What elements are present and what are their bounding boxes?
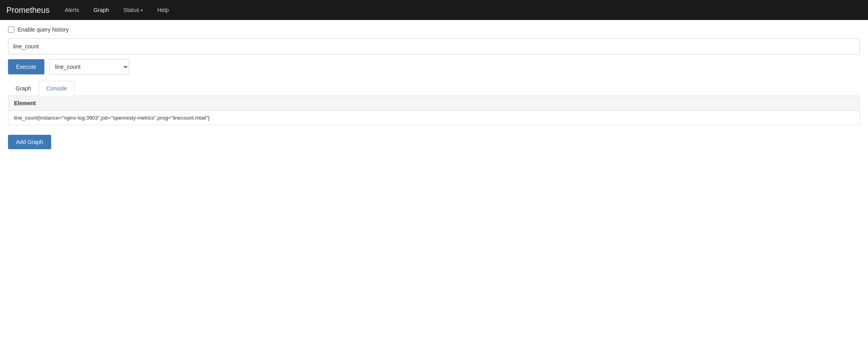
navbar: Prometheus Alerts Graph Status ▾ Help — [0, 0, 868, 20]
cell-element: line_count{instance="nginx-log:3903",job… — [8, 111, 860, 125]
nav-graph[interactable]: Graph — [88, 4, 115, 16]
tab-graph[interactable]: Graph — [8, 81, 39, 96]
table-row: line_count{instance="nginx-log:3903",job… — [8, 111, 860, 125]
table-body: line_count{instance="nginx-log:3903",job… — [8, 111, 860, 125]
nav-status[interactable]: Status ▾ — [118, 4, 149, 16]
query-input-container — [8, 38, 860, 54]
brand-link[interactable]: Prometheus — [6, 6, 50, 15]
execute-row: Execute line_count — [8, 59, 860, 74]
query-history-label[interactable]: Enable query history — [18, 26, 69, 33]
query-history-checkbox[interactable] — [8, 26, 14, 33]
query-history-row: Enable query history — [8, 26, 860, 33]
nav-links: Alerts Graph Status ▾ Help — [59, 4, 174, 16]
query-input[interactable] — [8, 38, 860, 54]
table-head: Element — [8, 96, 860, 111]
results-table: Element line_count{instance="nginx-log:3… — [8, 96, 860, 125]
execute-button[interactable]: Execute — [8, 59, 44, 74]
status-dropdown-icon: ▾ — [141, 8, 143, 12]
column-element: Element — [8, 96, 860, 111]
tabs: Graph Console — [8, 81, 860, 96]
results-container: Element line_count{instance="nginx-log:3… — [8, 96, 860, 125]
table-header-row: Element — [8, 96, 860, 111]
metric-select[interactable]: line_count — [49, 59, 129, 74]
nav-help[interactable]: Help — [152, 4, 174, 16]
tab-console[interactable]: Console — [39, 81, 74, 96]
add-graph-button[interactable]: Add Graph — [8, 135, 51, 149]
main-content: Enable query history Execute line_count … — [0, 20, 868, 156]
nav-alerts[interactable]: Alerts — [59, 4, 85, 16]
tabs-container: Graph Console — [8, 81, 860, 96]
